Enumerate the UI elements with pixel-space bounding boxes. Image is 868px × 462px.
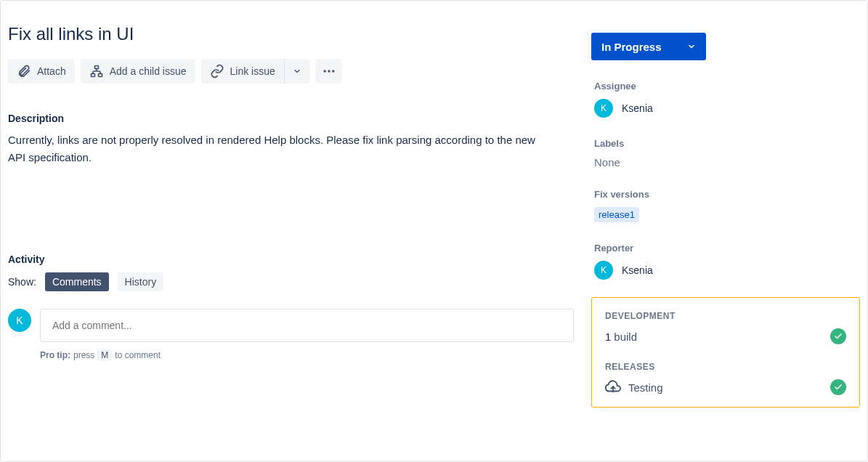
tab-history[interactable]: History — [118, 272, 164, 291]
development-build-row[interactable]: 1 build — [605, 328, 846, 344]
assignee-avatar: K — [594, 99, 613, 118]
pro-tip-rest: to comment — [115, 350, 161, 360]
issue-title: Fix all links in UI — [8, 24, 574, 44]
release-row[interactable]: Testing — [605, 379, 846, 395]
pro-tip-press: press — [73, 350, 94, 360]
link-issue-label: Link issue — [230, 65, 275, 77]
cloud-upload-icon — [605, 379, 621, 395]
child-issue-icon — [89, 64, 104, 78]
status-label: In Progress — [601, 41, 662, 53]
link-icon — [210, 64, 224, 78]
assignee-name: Ksenia — [622, 102, 653, 114]
current-user-avatar: K — [8, 309, 31, 332]
attach-button[interactable]: Attach — [8, 59, 75, 84]
reporter-field[interactable]: K Ksenia — [594, 261, 860, 280]
svg-point-3 — [323, 70, 325, 72]
chevron-down-icon — [293, 67, 301, 76]
add-child-issue-button[interactable]: Add a child issue — [81, 59, 195, 84]
assignee-heading: Assignee — [594, 81, 860, 92]
activity-show-label: Show: — [8, 276, 36, 288]
more-icon — [322, 64, 336, 78]
svg-point-4 — [328, 70, 330, 72]
status-dropdown[interactable]: In Progress — [591, 33, 706, 60]
reporter-name: Ksenia — [622, 264, 653, 276]
tab-comments[interactable]: Comments — [45, 272, 109, 291]
reporter-avatar: K — [594, 261, 613, 280]
release-status-success-icon — [830, 379, 846, 395]
labels-value[interactable]: None — [594, 156, 860, 169]
svg-point-5 — [332, 70, 334, 72]
link-issue-button[interactable]: Link issue — [201, 59, 284, 84]
development-heading: DEVELOPMENT — [605, 311, 846, 321]
release-env: Testing — [628, 381, 663, 394]
assignee-field[interactable]: K Ksenia — [594, 99, 860, 118]
more-actions-button[interactable] — [316, 59, 342, 84]
chevron-down-icon — [687, 42, 696, 51]
toolbar: Attach Add a child issue Link issue — [8, 59, 574, 84]
comment-input[interactable] — [40, 309, 574, 342]
pro-tip-key: M — [97, 349, 112, 361]
attachment-icon — [17, 64, 31, 78]
releases-heading: RELEASES — [605, 362, 846, 372]
build-label: build — [614, 331, 637, 343]
build-count: 1 — [605, 331, 611, 343]
reporter-heading: Reporter — [594, 243, 860, 254]
description-text[interactable]: Currently, links are not properly resolv… — [8, 131, 545, 166]
dev-panel: DEVELOPMENT 1 build RELEASES Testing — [591, 297, 860, 408]
fix-versions-heading: Fix versions — [594, 189, 860, 200]
description-heading: Description — [8, 113, 574, 124]
labels-heading: Labels — [594, 138, 860, 149]
pro-tip: Pro tip: press M to comment — [40, 349, 574, 361]
attach-label: Attach — [37, 65, 66, 77]
build-status-success-icon — [830, 328, 846, 344]
activity-heading: Activity — [8, 254, 574, 265]
pro-tip-label: Pro tip: — [40, 350, 70, 360]
link-issue-dropdown[interactable] — [284, 59, 310, 84]
fix-version-tag[interactable]: release1 — [594, 207, 639, 222]
child-issue-label: Add a child issue — [110, 65, 187, 77]
